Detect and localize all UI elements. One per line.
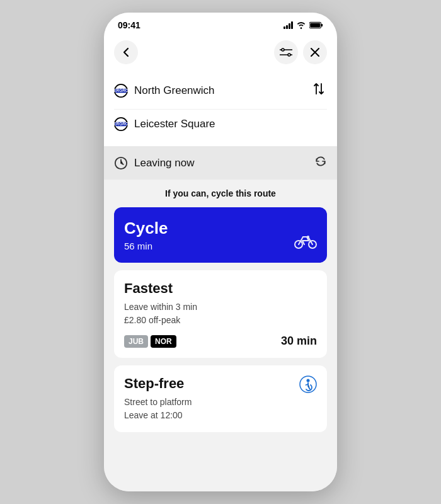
signal-icon (284, 21, 293, 29)
jubilee-badge: JUB (124, 335, 148, 348)
swap-icon (313, 82, 324, 96)
stepfree-title: Step-free (124, 375, 192, 392)
stepfree-detail2: Leave at 12:00 (124, 409, 192, 422)
cycle-title: Cycle (124, 219, 317, 238)
phone-container: 09:41 (104, 13, 337, 491)
swap-button[interactable] (311, 79, 327, 101)
close-icon (311, 48, 319, 57)
nav-bar (104, 35, 337, 72)
svg-rect-1 (321, 24, 323, 26)
wifi-icon (296, 21, 306, 29)
status-bar: 09:41 (104, 13, 337, 35)
fastest-title: Fastest (124, 280, 317, 297)
fastest-lines: JUB NOR (124, 335, 176, 348)
refresh-button[interactable] (314, 155, 327, 171)
fastest-card[interactable]: Fastest Leave within 3 min £2.80 off-pea… (114, 270, 327, 358)
fastest-detail2: £2.80 off-peak (124, 314, 317, 327)
svg-text:UNDERGROUND: UNDERGROUND (114, 88, 128, 93)
cycle-card[interactable]: Cycle 56 min (114, 207, 327, 263)
back-icon (123, 47, 129, 57)
status-icons (284, 21, 323, 29)
time-row: Leaving now (114, 146, 327, 180)
stepfree-detail1: Street to platform (124, 396, 192, 409)
northern-badge: NOR (151, 335, 176, 348)
stepfree-info: Step-free Street to platform Leave at 12… (124, 375, 192, 422)
accessibility-icon (299, 375, 317, 393)
fastest-footer: JUB NOR 30 min (124, 335, 317, 348)
suggestion-text: If you can, cycle this route (114, 188, 327, 198)
battery-icon (309, 21, 323, 29)
cycle-icon (294, 232, 317, 254)
stepfree-card[interactable]: Step-free Street to platform Leave at 12… (114, 365, 327, 432)
back-button[interactable] (114, 40, 138, 64)
to-text: Leicester Square (134, 118, 327, 130)
filter-button[interactable] (274, 40, 298, 64)
stepfree-header: Step-free Street to platform Leave at 12… (124, 375, 317, 422)
close-button[interactable] (303, 40, 327, 64)
refresh-icon (314, 155, 327, 168)
time-section: Leaving now (104, 146, 337, 180)
content-area: If you can, cycle this route Cycle 56 mi… (104, 180, 337, 491)
bicycle-icon (294, 232, 317, 249)
svg-text:UNDERGROUND: UNDERGROUND (114, 122, 128, 126)
fastest-detail1: Leave within 3 min (124, 301, 317, 314)
svg-point-20 (307, 379, 310, 382)
fastest-duration: 30 min (281, 335, 317, 348)
time-text: Leaving now (134, 157, 308, 169)
tube-icon-to: UNDERGROUND (114, 117, 128, 131)
nav-center (274, 40, 327, 64)
search-section: UNDERGROUND North Greenwich UNDERGROUND … (104, 72, 337, 146)
clock-icon (114, 156, 128, 170)
from-text: North Greenwich (134, 84, 304, 97)
svg-rect-2 (310, 23, 320, 28)
to-row[interactable]: UNDERGROUND Leicester Square (114, 110, 327, 139)
filter-icon (280, 48, 292, 57)
cycle-duration: 56 min (124, 241, 317, 251)
from-row[interactable]: UNDERGROUND North Greenwich (114, 72, 327, 110)
tube-icon-from: UNDERGROUND (114, 84, 128, 98)
status-time: 09:41 (118, 20, 140, 30)
svg-point-18 (307, 236, 309, 238)
